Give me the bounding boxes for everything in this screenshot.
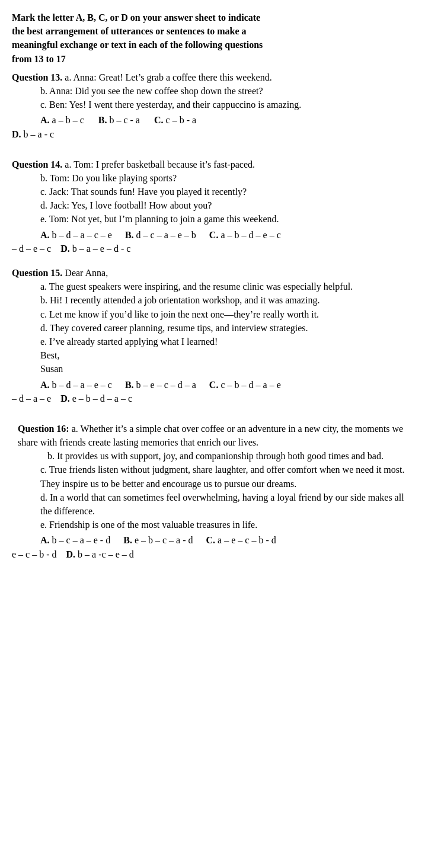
q16-d: d. In a world that can sometimes feel ov…	[40, 491, 413, 518]
q15-a: a. The guest speakers were inspiring, an…	[40, 280, 413, 293]
q15-c: c. Let me know if you’d like to join the…	[40, 308, 413, 321]
q16-ans-a: A. b – c – a – e - d	[40, 535, 110, 545]
q14-ans-a: A. b – d – a – c – e	[40, 230, 112, 240]
q16-ans-c: C. a – e – c – b - d	[206, 535, 276, 545]
q15-d: d. They covered career planning, resume …	[40, 321, 413, 335]
q16-ans-b: B. e – b – c – a - d	[123, 535, 193, 545]
instruction-text: Mark the letter A, B, C, or D on your an…	[12, 12, 263, 64]
question-16-block: Question 16: a. Whether it’s a simple ch…	[12, 422, 413, 561]
q14-c: c. Jack: That sounds fun! Have you playe…	[40, 185, 413, 198]
q15-answers-line1: A. b – d – a – e – c B. b – e – c – d – …	[40, 378, 413, 392]
q13-ans-a: A. a – b – c	[40, 113, 84, 127]
q16-title: Question 16:	[18, 424, 69, 434]
question-13-block: Question 13. a. Anna: Great! Let’s grab …	[12, 71, 413, 141]
q15-ans-a: A. b – d – a – e – c	[40, 380, 112, 390]
instruction-block: Mark the letter A, B, C, or D on your an…	[12, 11, 413, 66]
question-14-block: Question 14. a. Tom: I prefer basketball…	[12, 158, 413, 255]
q15-title: Question 15.	[12, 268, 62, 278]
q15-e: e. I’ve already started applying what I …	[40, 335, 413, 348]
q14-header: Question 14. a. Tom: I prefer basketball…	[12, 158, 413, 171]
q15-ans-d-line: – d – a – e D. e – b – d – a – c	[12, 392, 413, 405]
q15-ans-c: C. c – b – d – a – e	[209, 380, 281, 390]
q13-ans-b: B. b – c - a	[98, 113, 140, 127]
q13-a-text: a. Anna: Great! Let’s grab a coffee ther…	[62, 72, 271, 82]
q16-a-text: a. Whether it’s a simple chat over coffe…	[18, 424, 403, 447]
q15-ans-b: B. b – e – c – d – a	[125, 380, 196, 390]
q14-ans-b: B. d – c – a – e – b	[125, 230, 196, 240]
q16-b: b. It provides us with support, joy, and…	[47, 449, 413, 463]
question-15-block: Question 15. Dear Anna, a. The guest spe…	[12, 266, 413, 405]
q16-answers-line1: A. b – c – a – e - d B. e – b – c – a - …	[40, 533, 413, 547]
q15-b: b. Hi! I recently attended a job orienta…	[40, 293, 413, 307]
q14-ans-d-line: – d – e – c D. b – a – e – d - c	[12, 242, 413, 255]
q14-e: e. Tom: Not yet, but I’m planning to joi…	[40, 212, 413, 226]
q14-d: d. Jack: Yes, I love football! How about…	[40, 198, 413, 212]
q13-header: Question 13. a. Anna: Great! Let’s grab …	[12, 71, 413, 84]
q14-a-text: a. Tom: I prefer basketball because it’s…	[65, 159, 255, 169]
q16-ans-d-line: e – c – b - d D. b – a -c – e – d	[12, 547, 413, 561]
q15-header: Question 15. Dear Anna,	[12, 266, 413, 280]
q14-answers-line1: A. b – d – a – c – e B. d – c – a – e – …	[40, 228, 413, 242]
q16-e: e. Friendship is one of the most valuabl…	[40, 518, 413, 531]
q13-ans-c: C. c – b - a	[154, 113, 196, 127]
q13-answers: A. a – b – c B. b – c - a C. c – b - a	[40, 113, 413, 127]
q13-b: b. Anna: Did you see the new coffee shop…	[40, 84, 413, 98]
q14-ans-c: C. a – b – d – e – c	[209, 230, 281, 240]
q13-c: c. Ben: Yes! I went there yesterday, and…	[40, 98, 413, 111]
q15-closing1: Best,	[40, 348, 413, 362]
q15-closing2: Susan	[40, 362, 413, 376]
q13-ans-d-line: D. b – a - c	[12, 127, 413, 141]
q14-title: Question 14.	[12, 159, 62, 169]
q16-header: Question 16: a. Whether it’s a simple ch…	[18, 422, 413, 449]
q14-b: b. Tom: Do you like playing sports?	[40, 171, 413, 185]
q13-title: Question 13.	[12, 72, 62, 82]
q16-c: c. True friends listen without judgment,…	[40, 463, 413, 490]
